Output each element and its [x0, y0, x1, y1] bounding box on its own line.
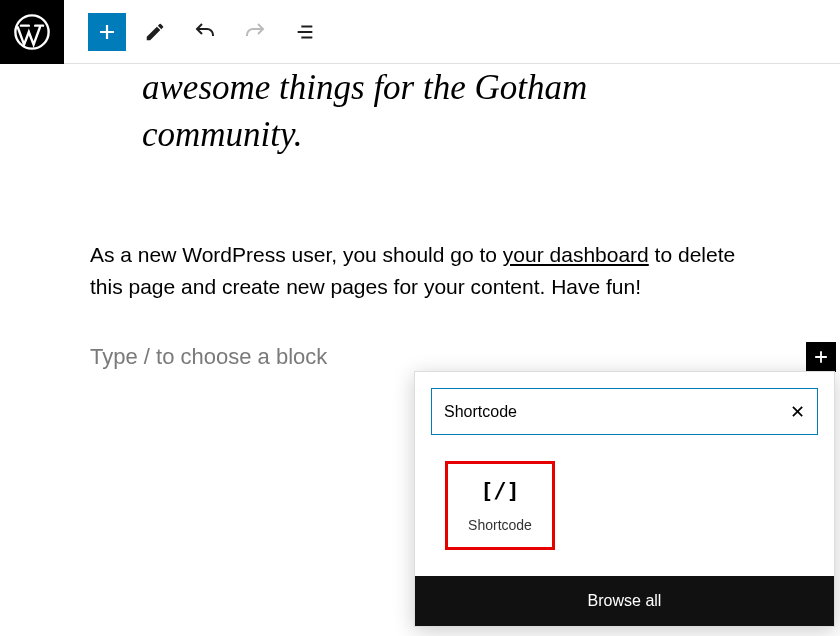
inserter-search-input[interactable] [444, 403, 790, 421]
clear-search-icon[interactable]: ✕ [790, 401, 805, 423]
paragraph-block[interactable]: As a new WordPress user, you should go t… [90, 239, 750, 304]
quote-text: awesome things for the Gotham community. [142, 64, 698, 159]
quote-block[interactable]: awesome things for the Gotham community. [90, 64, 750, 203]
block-inserter-popover: ✕ [/] Shortcode Browse all [414, 371, 835, 627]
inserter-results: [/] Shortcode [415, 451, 834, 576]
edit-tools-button[interactable] [134, 11, 176, 53]
inline-add-block-button[interactable] [806, 342, 836, 372]
top-toolbar [0, 0, 840, 64]
document-outline-button[interactable] [284, 11, 326, 53]
block-appender[interactable]: Type / to choose a block [90, 342, 750, 372]
inserter-search: ✕ [431, 388, 818, 435]
placeholder-text: Type / to choose a block [90, 344, 327, 370]
undo-button[interactable] [184, 11, 226, 53]
wordpress-logo[interactable] [0, 0, 64, 64]
redo-button [234, 11, 276, 53]
block-item-shortcode[interactable]: [/] Shortcode [445, 461, 555, 550]
browse-all-button[interactable]: Browse all [415, 576, 834, 626]
editor-canvas: awesome things for the Gotham community.… [0, 64, 840, 372]
dashboard-link[interactable]: your dashboard [503, 243, 649, 266]
add-block-button[interactable] [88, 13, 126, 51]
shortcode-icon: [/] [480, 478, 520, 503]
block-item-label: Shortcode [468, 517, 532, 533]
paragraph-text-pre: As a new WordPress user, you should go t… [90, 243, 503, 266]
